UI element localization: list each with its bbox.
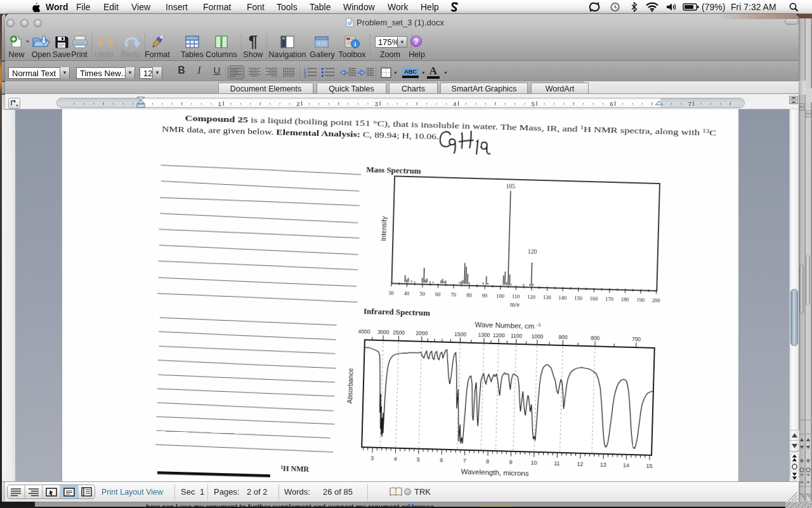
svg-text:140: 140 bbox=[558, 295, 566, 301]
svg-text:80: 80 bbox=[466, 292, 472, 298]
svg-text:7: 7 bbox=[463, 458, 466, 464]
svg-text:700: 700 bbox=[632, 336, 641, 342]
svg-text:5: 5 bbox=[532, 100, 535, 107]
svg-text:Absorbance: Absorbance bbox=[346, 368, 355, 404]
svg-text:Wave Number, cm -1: Wave Number, cm -1 bbox=[475, 320, 541, 330]
svg-text:11: 11 bbox=[554, 460, 560, 467]
svg-text:6: 6 bbox=[610, 100, 613, 107]
svg-text:6: 6 bbox=[440, 457, 443, 464]
svg-text:i: i bbox=[355, 41, 357, 48]
svg-text:Intensity: Intensity bbox=[379, 216, 388, 241]
svg-text:3: 3 bbox=[370, 455, 374, 462]
svg-text:8: 8 bbox=[486, 458, 489, 465]
svg-text:1H NMR: 1H NMR bbox=[280, 464, 310, 474]
svg-text:190: 190 bbox=[636, 297, 645, 303]
svg-text:12: 12 bbox=[577, 461, 583, 467]
svg-text:?: ? bbox=[414, 37, 418, 46]
svg-text:50: 50 bbox=[419, 291, 425, 297]
svg-text:160: 160 bbox=[589, 295, 598, 302]
svg-text:Wavelength, microns: Wavelength, microns bbox=[461, 468, 529, 478]
svg-text:1100: 1100 bbox=[511, 333, 523, 340]
svg-text:90: 90 bbox=[482, 292, 488, 298]
svg-text:170: 170 bbox=[605, 296, 613, 302]
svg-text:4000: 4000 bbox=[358, 328, 370, 335]
svg-text:5: 5 bbox=[417, 457, 420, 463]
svg-text:4: 4 bbox=[453, 100, 456, 107]
svg-text:1500: 1500 bbox=[454, 331, 466, 338]
svg-text:130: 130 bbox=[543, 294, 551, 300]
svg-text:2500: 2500 bbox=[393, 329, 405, 336]
svg-text:15: 15 bbox=[646, 463, 652, 469]
svg-text:2: 2 bbox=[296, 100, 299, 107]
svg-text:3: 3 bbox=[375, 100, 378, 107]
svg-text:4: 4 bbox=[393, 456, 396, 462]
svg-text:1200: 1200 bbox=[493, 332, 505, 339]
svg-text:7: 7 bbox=[688, 100, 691, 107]
svg-text:2000: 2000 bbox=[416, 330, 428, 337]
svg-text:30: 30 bbox=[388, 290, 394, 296]
svg-text:200: 200 bbox=[652, 297, 660, 304]
svg-text:1300: 1300 bbox=[478, 331, 490, 338]
svg-text:1000: 1000 bbox=[531, 333, 543, 340]
svg-text:70: 70 bbox=[450, 291, 456, 298]
svg-text:10: 10 bbox=[530, 460, 537, 466]
svg-text:m/e: m/e bbox=[510, 301, 520, 308]
svg-text:Mass Spectrum: Mass Spectrum bbox=[366, 164, 421, 175]
svg-text:1: 1 bbox=[218, 100, 221, 107]
svg-text:60: 60 bbox=[435, 291, 441, 297]
svg-text:110: 110 bbox=[512, 293, 520, 300]
svg-text:13: 13 bbox=[600, 462, 606, 468]
svg-text:3: 3 bbox=[304, 74, 306, 78]
svg-text:Infrared Spectrum: Infrared Spectrum bbox=[363, 306, 430, 318]
svg-text:150: 150 bbox=[574, 295, 582, 301]
svg-text:800: 800 bbox=[591, 335, 600, 341]
svg-text:3000: 3000 bbox=[377, 329, 390, 336]
svg-text:105: 105 bbox=[506, 183, 516, 189]
svg-text:120: 120 bbox=[528, 248, 537, 255]
svg-text:100: 100 bbox=[496, 293, 504, 299]
svg-text:900: 900 bbox=[558, 334, 568, 340]
svg-text:14: 14 bbox=[623, 462, 629, 469]
svg-text:40: 40 bbox=[404, 290, 410, 297]
svg-text:180: 180 bbox=[621, 296, 629, 302]
svg-text:9: 9 bbox=[509, 459, 512, 465]
svg-text:120: 120 bbox=[527, 293, 535, 300]
